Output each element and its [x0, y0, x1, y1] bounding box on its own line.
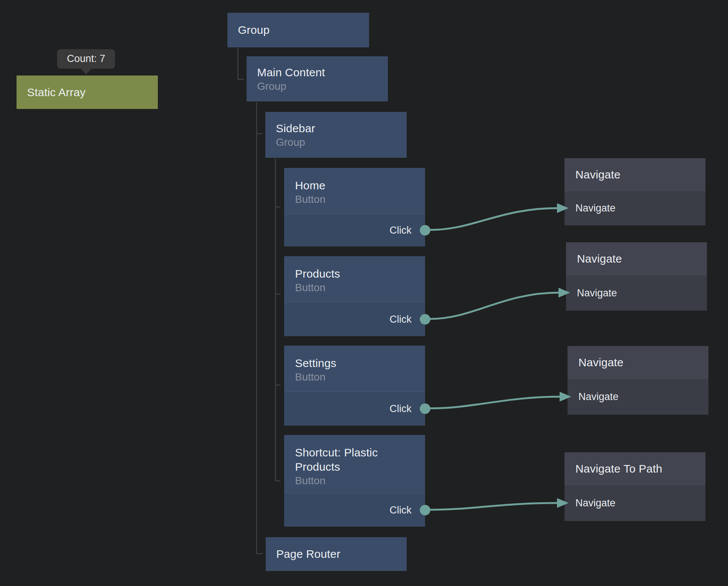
click-output-port[interactable]	[420, 225, 430, 236]
connection-curve[interactable]	[430, 503, 558, 510]
click-port-label: Click	[390, 504, 412, 516]
node-main-content[interactable]: Main Content Group	[247, 56, 388, 101]
node-title: Navigate	[575, 168, 621, 182]
node-navigate-1[interactable]: Navigate Navigate	[565, 158, 705, 225]
node-group[interactable]: Group	[227, 13, 369, 47]
node-title: Shortcut: Plastic Products	[295, 446, 404, 474]
connection-home-click-navigate[interactable]	[430, 203, 569, 230]
node-subtitle: Group	[276, 136, 392, 149]
connection-curve[interactable]	[430, 293, 559, 319]
node-title: Page Router	[276, 547, 341, 561]
count-tooltip-text: Count: 7	[67, 53, 105, 64]
click-output-port[interactable]	[420, 403, 430, 414]
node-home[interactable]: Home Button Click	[284, 168, 425, 246]
node-title: Group	[238, 23, 269, 37]
click-port-label: Click	[390, 314, 412, 325]
node-products[interactable]: Products Button Click	[284, 256, 425, 336]
node-shortcut-plastic-products[interactable]: Shortcut: Plastic Products Button Click	[284, 435, 425, 527]
node-subtitle: Button	[295, 193, 404, 206]
navigate-input-port-label: Navigate	[577, 287, 617, 299]
tooltip-arrow-down	[80, 68, 92, 74]
node-title: Navigate	[578, 355, 624, 370]
node-settings[interactable]: Settings Button Click	[284, 346, 425, 426]
connection-curve[interactable]	[430, 397, 560, 408]
node-title: Settings	[295, 356, 404, 370]
node-editor-canvas[interactable]: Static Array Count: 7 Group Main Content…	[0, 0, 728, 586]
node-title: Static Array	[27, 85, 86, 100]
count-tooltip: Count: 7	[57, 49, 115, 69]
node-subtitle: Button	[295, 474, 404, 488]
navigate-input-port-label: Navigate	[575, 497, 616, 509]
tree-connector-maincontent-pagerouter	[257, 102, 263, 554]
node-subtitle: Group	[257, 80, 373, 93]
node-navigate-2[interactable]: Navigate Navigate	[566, 242, 707, 311]
click-port-label: Click	[390, 403, 412, 415]
node-static-array[interactable]: Static Array	[17, 76, 158, 109]
node-sidebar[interactable]: Sidebar Group	[265, 112, 407, 158]
node-navigate-to-path[interactable]: Navigate To Path Navigate	[565, 452, 705, 521]
click-output-port[interactable]	[420, 314, 430, 325]
node-title: Main Content	[257, 65, 373, 80]
connection-curve[interactable]	[430, 208, 558, 230]
navigate-input-port-label: Navigate	[575, 202, 616, 214]
tree-connector-sidebar-shortcut	[275, 159, 280, 481]
node-subtitle: Button	[295, 281, 404, 295]
connection-settings-click-navigate[interactable]	[430, 392, 571, 408]
node-title: Navigate	[577, 252, 622, 266]
node-subtitle: Button	[295, 370, 404, 384]
node-title: Home	[295, 178, 404, 193]
node-page-router[interactable]: Page Router	[266, 537, 407, 571]
node-title: Products	[295, 267, 404, 281]
navigate-input-port-label: Navigate	[578, 391, 619, 403]
node-navigate-3[interactable]: Navigate Navigate	[568, 346, 708, 415]
node-title: Navigate To Path	[575, 462, 662, 476]
connection-shortcut-click-navigatetopath[interactable]	[430, 498, 569, 510]
node-title: Sidebar	[276, 121, 392, 136]
click-output-port[interactable]	[420, 505, 430, 515]
connection-products-click-navigate[interactable]	[430, 288, 570, 319]
tree-connector-group-maincontent	[238, 48, 244, 79]
click-port-label: Click	[390, 225, 412, 236]
